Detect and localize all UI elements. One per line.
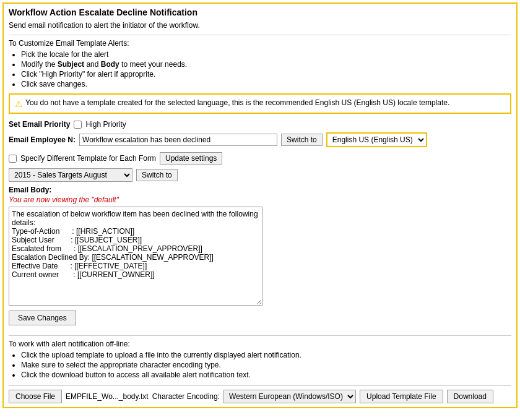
save-changes-button[interactable]: Save Changes [9,311,76,325]
email-body-textarea[interactable]: The escalation of below workflow item ha… [9,207,262,306]
priority-row: Set Email Priority High Priority [9,120,511,129]
email-row: Email Employee N: Switch to English US (… [9,132,511,147]
upload-template-button[interactable]: Upload Template File [360,390,443,403]
warning-icon: ⚠ [15,99,23,109]
form-select[interactable]: 2015 - Sales Targets August [9,168,132,182]
offline-section: To work with alert notification off-line… [9,340,511,403]
bullet-3: Click "High Priority" for alert if appro… [21,70,511,79]
offline-bullet-2: Make sure to select the appropriate char… [21,361,511,369]
bullet-1: Pick the locale for the alert [21,50,511,59]
switch-to-form-button[interactable]: Switch to [136,169,178,181]
main-container: Workflow Action Escalate Decline Notific… [2,2,518,408]
offline-bullets: Click the upload template to upload a fi… [21,351,511,379]
customize-bullets: Pick the locale for the alert Modify the… [21,50,511,88]
email-body-label: Email Body: [9,186,511,194]
bullet-2: Modify the Subject and Body to meet your… [21,60,511,69]
form-select-row: 2015 - Sales Targets August Switch to [9,168,511,182]
language-select[interactable]: English US (English US) [327,134,426,146]
warning-text: You do not have a template created for t… [25,98,449,107]
file-name-label: EMPFILE_Wo..._body.txt [66,392,149,401]
page-subtitle: Send email notification to alert the ini… [9,21,511,30]
email-label: Email Employee N: [9,135,76,144]
specify-label: Specify Different Template for Each Form [20,154,156,163]
choose-file-button[interactable]: Choose File [9,390,62,403]
encoding-select[interactable]: Western European (Windows/ISO) UTF-8 ISO… [223,390,356,403]
switch-to-button[interactable]: Switch to [281,134,323,146]
divider-1 [9,35,511,35]
divider-2 [9,335,511,336]
template-row: Specify Different Template for Each Form… [9,152,511,165]
viewing-default: You are now viewing the "default" [9,195,511,204]
customize-header: To Customize Email Template Alerts: [9,39,511,48]
page-title: Workflow Action Escalate Decline Notific… [9,7,511,17]
priority-label: Set Email Priority [9,120,70,129]
specify-template-checkbox[interactable] [9,155,17,163]
offline-bullet-3: Click the download button to access all … [21,371,511,379]
bullet-4: Click save changes. [21,80,511,88]
offline-bullet-1: Click the upload template to upload a fi… [21,351,511,359]
encoding-label: Character Encoding: [152,392,220,401]
download-button[interactable]: Download [447,390,493,403]
email-input[interactable] [79,134,277,146]
offline-header: To work with alert notification off-line… [9,340,511,348]
warning-box: ⚠ You do not have a template created for… [9,93,511,114]
update-settings-button[interactable]: Update settings [160,152,222,165]
high-priority-checkbox[interactable] [74,121,82,129]
file-row: Choose File EMPFILE_Wo..._body.txt Chara… [9,385,511,403]
language-select-wrapper: English US (English US) [326,132,427,147]
high-priority-label: High Priority [85,120,126,129]
